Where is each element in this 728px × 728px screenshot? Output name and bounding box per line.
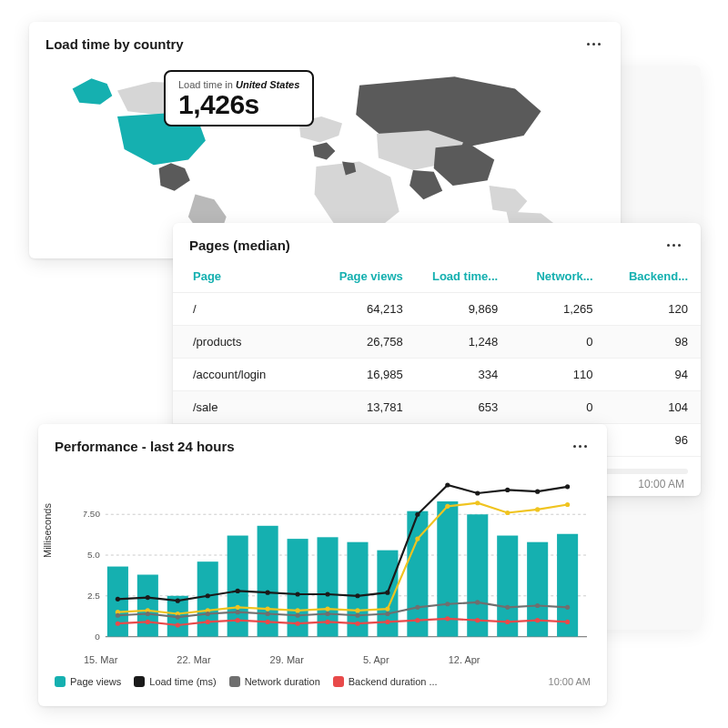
table-row[interactable]: /64,2139,8691,265120 <box>173 293 701 326</box>
svg-text:5.0: 5.0 <box>87 550 100 560</box>
data-point[interactable] <box>116 613 120 618</box>
data-point[interactable] <box>146 612 150 616</box>
data-point[interactable] <box>146 595 150 600</box>
more-icon[interactable] <box>663 240 684 250</box>
data-point[interactable] <box>355 608 359 612</box>
cell-back: 94 <box>606 359 701 391</box>
data-point[interactable] <box>415 512 420 517</box>
table-card-header: Pages (median) <box>173 223 701 260</box>
col-load[interactable]: Load time... <box>416 260 511 293</box>
cell-load: 1,248 <box>416 326 511 359</box>
data-point[interactable] <box>445 482 450 487</box>
data-point[interactable] <box>236 605 240 610</box>
map-card-header: Load time by country <box>29 22 621 59</box>
legend-item[interactable]: Network duration <box>229 676 320 687</box>
data-point[interactable] <box>385 620 389 624</box>
data-point[interactable] <box>445 602 450 606</box>
cell-back: 96 <box>606 424 701 457</box>
data-point[interactable] <box>505 605 510 610</box>
bar[interactable] <box>137 575 158 637</box>
data-point[interactable] <box>505 511 510 515</box>
region-spain <box>313 143 336 160</box>
table-row[interactable]: /sale13,7816530104 <box>173 391 701 424</box>
col-page[interactable]: Page <box>173 260 320 293</box>
data-point[interactable] <box>505 488 510 492</box>
data-point[interactable] <box>325 620 329 624</box>
table-row[interactable]: /account/login16,98533411094 <box>173 359 701 391</box>
data-point[interactable] <box>146 620 150 624</box>
data-point[interactable] <box>206 620 210 624</box>
data-point[interactable] <box>415 605 420 610</box>
bar[interactable] <box>107 567 128 637</box>
data-point[interactable] <box>236 618 240 622</box>
data-point[interactable] <box>565 484 570 489</box>
cell-page: /products <box>173 326 320 359</box>
data-point[interactable] <box>535 618 540 622</box>
data-point[interactable] <box>266 607 270 612</box>
data-point[interactable] <box>325 592 329 596</box>
data-point[interactable] <box>445 504 450 509</box>
data-point[interactable] <box>206 593 210 598</box>
legend-item[interactable]: Load time (ms) <box>134 676 216 687</box>
data-point[interactable] <box>266 591 270 595</box>
bar[interactable] <box>437 501 458 637</box>
col-views[interactable]: Page views <box>320 260 415 293</box>
data-point[interactable] <box>206 612 210 616</box>
callout-value: 1,426s <box>178 90 299 119</box>
data-point[interactable] <box>415 618 420 622</box>
data-point[interactable] <box>475 490 480 495</box>
data-point[interactable] <box>295 613 299 618</box>
data-point[interactable] <box>505 620 510 624</box>
cell-net: 0 <box>511 391 605 424</box>
region-mexico <box>159 163 190 190</box>
data-point[interactable] <box>565 620 570 624</box>
data-point[interactable] <box>266 620 270 624</box>
data-point[interactable] <box>236 610 240 614</box>
data-point[interactable] <box>445 616 450 621</box>
data-point[interactable] <box>295 592 299 596</box>
data-point[interactable] <box>355 613 359 618</box>
data-point[interactable] <box>236 589 240 593</box>
legend-swatch <box>134 676 145 687</box>
data-point[interactable] <box>535 603 540 608</box>
table-row[interactable]: /products26,7581,248098 <box>173 326 701 359</box>
data-point[interactable] <box>565 605 570 610</box>
data-point[interactable] <box>535 507 540 511</box>
chart-svg[interactable]: 02.55.07.50 <box>84 463 591 654</box>
legend-label: Backend duration ... <box>349 676 438 687</box>
legend-item[interactable]: Page views <box>55 676 121 687</box>
data-point[interactable] <box>535 490 540 494</box>
data-point[interactable] <box>415 537 420 541</box>
data-point[interactable] <box>176 599 180 603</box>
data-point[interactable] <box>295 608 299 612</box>
legend-item[interactable]: Backend duration ... <box>333 676 438 687</box>
data-point[interactable] <box>176 614 180 619</box>
data-point[interactable] <box>295 622 299 626</box>
data-point[interactable] <box>475 618 480 622</box>
col-backend[interactable]: Backend... <box>606 260 701 293</box>
data-point[interactable] <box>565 502 570 507</box>
data-point[interactable] <box>116 622 120 626</box>
more-icon[interactable] <box>583 39 604 49</box>
cell-net: 1,265 <box>511 293 605 326</box>
data-point[interactable] <box>355 622 359 626</box>
data-point[interactable] <box>355 593 359 598</box>
data-point[interactable] <box>475 500 480 505</box>
col-network[interactable]: Network... <box>511 260 605 293</box>
world-map[interactable]: Load time in United States 1,426s <box>29 59 621 250</box>
data-point[interactable] <box>325 607 329 612</box>
data-point[interactable] <box>176 622 180 627</box>
chart-body: Milliseconds 02.55.07.50 <box>38 461 607 654</box>
data-point[interactable] <box>385 612 389 616</box>
cell-load: 653 <box>416 391 511 424</box>
data-point[interactable] <box>475 600 480 604</box>
performance-chart-card: Performance - last 24 hours Milliseconds… <box>38 424 607 706</box>
data-point[interactable] <box>385 591 389 595</box>
bar[interactable] <box>197 561 218 636</box>
data-point[interactable] <box>116 597 120 602</box>
data-point[interactable] <box>266 612 270 616</box>
data-point[interactable] <box>385 607 389 612</box>
more-icon[interactable] <box>570 441 591 451</box>
data-point[interactable] <box>325 612 329 616</box>
region-africa <box>315 161 399 232</box>
